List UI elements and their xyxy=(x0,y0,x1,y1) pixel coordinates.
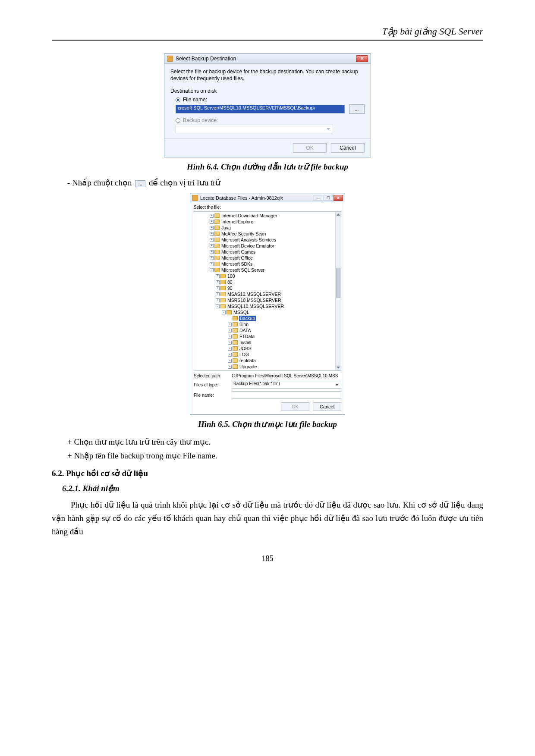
folder-icon xyxy=(233,322,238,326)
tree-item[interactable]: +FTData xyxy=(194,333,341,339)
expand-icon[interactable]: + xyxy=(228,359,232,363)
expand-icon[interactable]: + xyxy=(216,280,220,284)
expand-icon[interactable]: + xyxy=(210,250,214,254)
expand-icon[interactable]: + xyxy=(210,244,214,248)
tree-item-label: McAfee Security Scan xyxy=(221,231,266,237)
vertical-scrollbar[interactable] xyxy=(335,212,341,370)
expand-icon[interactable]: + xyxy=(228,365,232,369)
folder-icon xyxy=(214,226,220,230)
expand-icon[interactable]: + xyxy=(228,353,232,357)
expand-icon[interactable]: + xyxy=(228,329,232,333)
tree-item[interactable]: +Microsoft Office xyxy=(194,255,341,261)
minimize-button[interactable]: — xyxy=(314,195,323,201)
tree-item-label: Microsoft Analysis Services xyxy=(221,237,277,243)
tree-item[interactable]: +Internet Explorer xyxy=(194,219,341,225)
expand-icon[interactable]: + xyxy=(210,256,214,260)
collapse-icon[interactable]: - xyxy=(210,268,214,272)
tree-item[interactable]: +100 xyxy=(194,273,341,279)
expand-icon[interactable]: + xyxy=(216,292,220,296)
dialog-titlebar: Select Backup Destination ✕ xyxy=(164,54,371,64)
tree-item[interactable]: -Microsoft SQL Server xyxy=(194,267,341,273)
scroll-down-icon[interactable] xyxy=(336,365,341,370)
tree-item[interactable]: +80 xyxy=(194,279,341,285)
expand-icon[interactable]: + xyxy=(228,323,232,326)
expand-icon[interactable]: + xyxy=(228,335,232,339)
files-type-select[interactable]: Backup Files(*.bak;*.trn) xyxy=(232,381,341,389)
maximize-button[interactable]: ☐ xyxy=(324,195,333,201)
expand-icon[interactable]: + xyxy=(216,298,220,302)
figure-caption-2: Hình 6.5. Chọn thư mục lưu file backup xyxy=(52,419,483,429)
expand-icon[interactable]: + xyxy=(228,341,232,345)
tree-item[interactable]: +LOG xyxy=(194,351,341,358)
tree-item[interactable]: +Microsoft SDKs xyxy=(194,261,341,267)
expand-icon[interactable]: + xyxy=(210,238,214,242)
tree-item-label: Microsoft SDKs xyxy=(221,261,253,267)
tree-item[interactable]: +Microsoft Analysis Services xyxy=(194,237,341,243)
tree-item-label: Upgrade xyxy=(239,364,257,370)
folder-icon xyxy=(220,292,226,296)
tree-item[interactable]: -MSSQL10.MSSQLSERVER xyxy=(194,303,341,309)
tree-item-label: Microsoft SQL Server Compact Edition xyxy=(221,370,299,371)
expand-icon[interactable]: + xyxy=(216,274,220,278)
folder-tree[interactable]: +Internet Download Manager+Internet Expl… xyxy=(194,211,341,371)
tree-item[interactable]: +90 xyxy=(194,285,341,291)
scroll-up-icon[interactable] xyxy=(336,212,341,217)
tree-item-label: 80 xyxy=(227,279,233,285)
tree-item[interactable]: +Upgrade xyxy=(194,364,341,370)
tree-item[interactable]: +Install xyxy=(194,339,341,345)
tree-item[interactable]: +DATA xyxy=(194,327,341,333)
tree-item[interactable]: +Microsoft Games xyxy=(194,249,341,255)
file-path-input[interactable]: crosoft SQL Server\MSSQL10.MSSQLSERVER\M… xyxy=(176,105,345,113)
expand-icon[interactable]: + xyxy=(210,371,214,371)
tree-item-label: MSSQL10.MSSQLSERVER xyxy=(227,304,284,310)
folder-icon xyxy=(214,220,220,224)
cancel-button[interactable]: Cancel xyxy=(331,143,365,153)
tree-item[interactable]: +Microsoft SQL Server Compact Edition xyxy=(194,370,341,371)
radio-backup-device[interactable]: Backup device: xyxy=(176,117,365,123)
cancel-button[interactable]: Cancel xyxy=(313,402,341,411)
tree-item[interactable]: +Java xyxy=(194,225,341,231)
radio-file-name[interactable]: File name: xyxy=(176,97,365,103)
ok-button[interactable]: OK xyxy=(293,143,327,153)
tree-item-label: Internet Explorer xyxy=(221,219,255,225)
tree-item-label: 90 xyxy=(227,285,233,292)
tree-item[interactable]: +Microsoft Device Emulator xyxy=(194,243,341,249)
expand-icon[interactable]: + xyxy=(210,220,214,224)
page-number: 185 xyxy=(52,554,483,563)
tree-item[interactable]: +repldata xyxy=(194,358,341,364)
file-name-input[interactable] xyxy=(232,391,341,399)
folder-icon xyxy=(233,346,238,351)
tree-item[interactable]: +McAfee Security Scan xyxy=(194,231,341,237)
folder-icon xyxy=(214,244,220,248)
close-button[interactable]: ✕ xyxy=(356,55,368,62)
expand-icon[interactable]: + xyxy=(210,226,214,230)
browse-button[interactable]: ... xyxy=(349,104,365,114)
expand-icon[interactable]: + xyxy=(228,347,232,351)
expand-icon[interactable]: + xyxy=(216,286,220,290)
tree-item[interactable]: +Internet Download Manager xyxy=(194,213,341,219)
expand-icon[interactable]: + xyxy=(210,232,214,236)
instruction-line-1: - Nhấp chuột chọn ... để chọn vị trí lưu… xyxy=(67,178,483,188)
close-button[interactable]: ✕ xyxy=(334,195,343,201)
page-header-title: Tập bài giảng SQL Server xyxy=(52,26,483,37)
expand-icon[interactable]: + xyxy=(210,214,214,218)
tree-item-label: Java xyxy=(221,225,231,231)
tree-item[interactable]: +MSAS10.MSSQLSERVER xyxy=(194,291,341,297)
expand-icon[interactable]: + xyxy=(210,262,214,266)
radio-unchecked-icon xyxy=(176,118,180,123)
tree-item[interactable]: +JOBS xyxy=(194,345,341,351)
tree-item-label: MSAS10.MSSQLSERVER xyxy=(227,292,281,298)
collapse-icon[interactable]: - xyxy=(222,311,226,314)
tree-item[interactable]: Backup xyxy=(194,315,341,321)
scroll-thumb[interactable] xyxy=(336,268,340,298)
collapse-icon[interactable]: - xyxy=(216,304,220,308)
ok-button[interactable]: OK xyxy=(281,402,309,411)
database-icon xyxy=(167,56,173,62)
tree-item[interactable]: -MSSQL xyxy=(194,309,341,315)
tree-item[interactable]: +Binn xyxy=(194,321,341,327)
folder-icon xyxy=(214,256,220,260)
tree-item[interactable]: +MSRS10.MSSQLSERVER xyxy=(194,297,341,303)
folder-icon xyxy=(233,364,238,369)
folder-icon xyxy=(214,268,220,272)
tree-item-label: 100 xyxy=(227,273,236,279)
